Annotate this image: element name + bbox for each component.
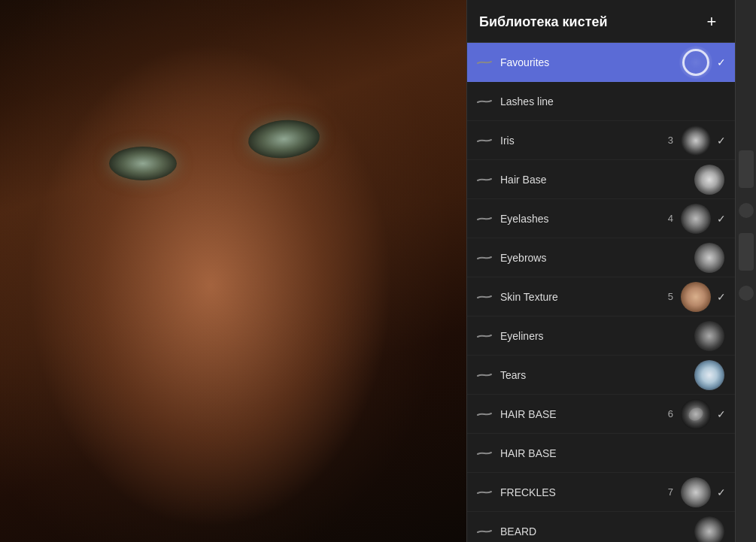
brush-item-hair-base-3[interactable]: HAIR BASE (467, 434, 735, 473)
eye-left (109, 147, 177, 180)
brush-list[interactable]: Favourites✓Lashes lineIris3✓Hair BaseEye… (467, 43, 735, 542)
brush-item-hair-base-2[interactable]: HAIR BASE6✓ (467, 395, 735, 434)
brush-group-eyelashes: 4 (668, 213, 673, 224)
brush-item-beard[interactable]: BEARD (467, 512, 735, 542)
brush-name-skin-texture: Skin Texture (500, 291, 668, 303)
brush-name-hair-base-2: HAIR BASE (500, 408, 668, 420)
brush-item-eyelashes[interactable]: Eyelashes4✓ (467, 199, 735, 238)
brush-group-hair-base-2: 6 (668, 408, 673, 419)
edge-control-top[interactable] (739, 150, 754, 188)
brush-item-eyeliners[interactable]: Eyeliners (467, 316, 735, 356)
panel-header: Библиотека кистей + (467, 0, 735, 43)
brush-item-iris[interactable]: Iris3✓ (467, 121, 735, 160)
brush-icon-favourites (476, 54, 493, 71)
brush-preview-skin-texture (679, 280, 712, 313)
brush-preview-iris (679, 124, 712, 157)
brush-item-eyebrows[interactable]: Eyebrows (467, 238, 735, 277)
brush-icon-hair-base (476, 171, 493, 188)
brush-name-eyelashes: Eyelashes (500, 213, 668, 225)
brush-icon-hair-base-2 (476, 406, 493, 422)
brush-item-favourites[interactable]: Favourites✓ (467, 43, 735, 82)
photo-background (0, 0, 470, 542)
brush-icon-eyebrows (476, 250, 493, 266)
brush-check-hair-base-2: ✓ (717, 408, 726, 420)
brush-item-hair-base[interactable]: Hair Base (467, 160, 735, 199)
brush-name-favourites: Favourites (500, 56, 679, 68)
brush-icon-eyelashes (476, 210, 493, 227)
brush-name-iris: Iris (500, 135, 668, 147)
brush-item-skin-texture[interactable]: Skin Texture5✓ (467, 277, 735, 316)
brush-name-freckles: FRECKLES (500, 486, 668, 498)
brush-check-iris: ✓ (717, 135, 726, 147)
brush-library-panel: Библиотека кистей + Favourites✓Lashes li… (466, 0, 735, 542)
brush-preview-freckles (679, 476, 712, 509)
edge-control-circle[interactable] (739, 203, 754, 218)
brush-preview-eyelashes (679, 202, 712, 235)
brush-icon-lashes-line (476, 93, 493, 110)
brush-item-freckles[interactable]: FRECKLES7✓ (467, 473, 735, 512)
brush-check-skin-texture: ✓ (717, 291, 726, 303)
brush-icon-freckles (476, 484, 493, 501)
brush-name-tears: Tears (500, 369, 693, 381)
brush-check-freckles: ✓ (717, 486, 726, 498)
brush-name-hair-base-3: HAIR BASE (500, 447, 726, 459)
brush-group-skin-texture: 5 (668, 291, 673, 302)
brush-group-freckles: 7 (668, 486, 673, 498)
brush-icon-beard (476, 523, 493, 540)
add-brush-button[interactable]: + (700, 11, 723, 33)
brush-preview-eyebrows (693, 241, 726, 274)
brush-check-favourites: ✓ (717, 56, 726, 68)
brush-icon-eyeliners (476, 328, 493, 344)
brush-name-beard: BEARD (500, 525, 693, 537)
brush-icon-tears (476, 367, 493, 383)
brush-item-tears[interactable]: Tears (467, 356, 735, 395)
brush-name-eyebrows: Eyebrows (500, 252, 693, 264)
brush-preview-hair-base (693, 163, 726, 196)
brush-name-hair-base: Hair Base (500, 174, 693, 186)
brush-preview-eyeliners (693, 319, 726, 353)
brush-icon-hair-base-3 (476, 445, 493, 462)
face-overlay (0, 0, 470, 542)
brush-icon-skin-texture (476, 289, 493, 305)
brush-icon-iris (476, 132, 493, 149)
panel-title: Библиотека кистей (479, 14, 608, 30)
tablet-edge-controls (735, 0, 756, 542)
brush-preview-favourites (679, 46, 712, 79)
brush-check-eyelashes: ✓ (717, 213, 726, 225)
brush-name-lashes-line: Lashes line (500, 95, 726, 107)
edge-control-circle-2[interactable] (739, 286, 754, 301)
brush-item-lashes-line[interactable]: Lashes line (467, 82, 735, 121)
brush-name-eyeliners: Eyeliners (500, 330, 693, 342)
brush-group-iris: 3 (668, 135, 673, 146)
brush-preview-tears (693, 359, 726, 392)
edge-control-bottom[interactable] (739, 233, 754, 271)
brush-preview-beard (693, 515, 726, 543)
brush-preview-hair-base-2 (679, 398, 712, 431)
